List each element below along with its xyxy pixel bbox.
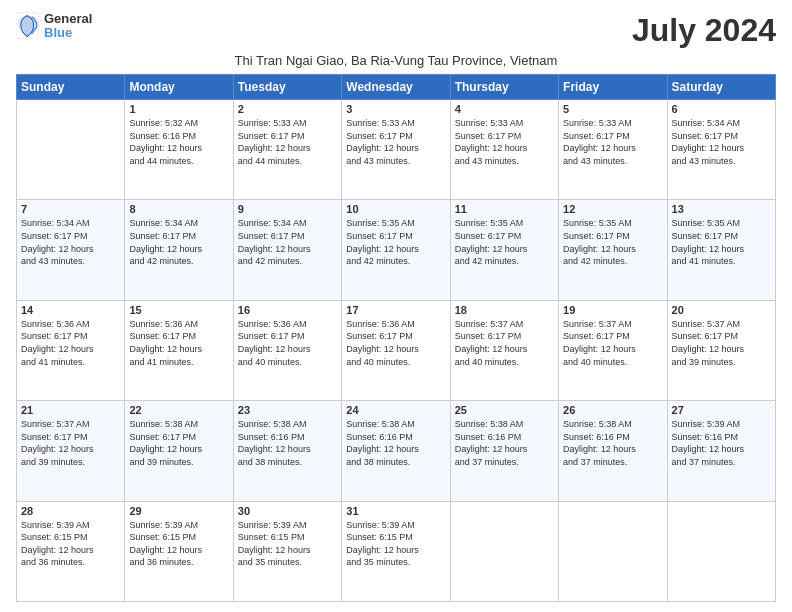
col-header-wednesday: Wednesday <box>342 75 450 100</box>
day-number: 12 <box>563 203 662 215</box>
day-number: 7 <box>21 203 120 215</box>
day-cell: 22Sunrise: 5:38 AM Sunset: 6:17 PM Dayli… <box>125 401 233 501</box>
logo-blue: Blue <box>44 26 92 40</box>
day-info: Sunrise: 5:39 AM Sunset: 6:15 PM Dayligh… <box>238 519 337 569</box>
day-cell: 14Sunrise: 5:36 AM Sunset: 6:17 PM Dayli… <box>17 300 125 400</box>
day-info: Sunrise: 5:37 AM Sunset: 6:17 PM Dayligh… <box>563 318 662 368</box>
day-info: Sunrise: 5:34 AM Sunset: 6:17 PM Dayligh… <box>238 217 337 267</box>
day-number: 20 <box>672 304 771 316</box>
day-info: Sunrise: 5:37 AM Sunset: 6:17 PM Dayligh… <box>672 318 771 368</box>
day-info: Sunrise: 5:38 AM Sunset: 6:16 PM Dayligh… <box>563 418 662 468</box>
day-cell <box>667 501 775 601</box>
day-cell: 11Sunrise: 5:35 AM Sunset: 6:17 PM Dayli… <box>450 200 558 300</box>
day-cell: 24Sunrise: 5:38 AM Sunset: 6:16 PM Dayli… <box>342 401 450 501</box>
day-cell: 10Sunrise: 5:35 AM Sunset: 6:17 PM Dayli… <box>342 200 450 300</box>
col-header-thursday: Thursday <box>450 75 558 100</box>
month-title: July 2024 <box>632 12 776 49</box>
col-header-friday: Friday <box>559 75 667 100</box>
day-number: 30 <box>238 505 337 517</box>
day-cell: 8Sunrise: 5:34 AM Sunset: 6:17 PM Daylig… <box>125 200 233 300</box>
day-number: 6 <box>672 103 771 115</box>
day-info: Sunrise: 5:38 AM Sunset: 6:16 PM Dayligh… <box>238 418 337 468</box>
day-info: Sunrise: 5:33 AM Sunset: 6:17 PM Dayligh… <box>346 117 445 167</box>
day-info: Sunrise: 5:38 AM Sunset: 6:16 PM Dayligh… <box>346 418 445 468</box>
week-row-4: 21Sunrise: 5:37 AM Sunset: 6:17 PM Dayli… <box>17 401 776 501</box>
day-number: 25 <box>455 404 554 416</box>
day-cell: 23Sunrise: 5:38 AM Sunset: 6:16 PM Dayli… <box>233 401 341 501</box>
day-cell: 3Sunrise: 5:33 AM Sunset: 6:17 PM Daylig… <box>342 100 450 200</box>
day-number: 18 <box>455 304 554 316</box>
header-row: SundayMondayTuesdayWednesdayThursdayFrid… <box>17 75 776 100</box>
logo-icon <box>16 12 40 40</box>
day-number: 17 <box>346 304 445 316</box>
day-cell: 5Sunrise: 5:33 AM Sunset: 6:17 PM Daylig… <box>559 100 667 200</box>
day-cell: 2Sunrise: 5:33 AM Sunset: 6:17 PM Daylig… <box>233 100 341 200</box>
col-header-monday: Monday <box>125 75 233 100</box>
day-cell: 20Sunrise: 5:37 AM Sunset: 6:17 PM Dayli… <box>667 300 775 400</box>
day-number: 16 <box>238 304 337 316</box>
day-info: Sunrise: 5:38 AM Sunset: 6:16 PM Dayligh… <box>455 418 554 468</box>
day-cell <box>450 501 558 601</box>
day-number: 23 <box>238 404 337 416</box>
col-header-saturday: Saturday <box>667 75 775 100</box>
calendar-table: SundayMondayTuesdayWednesdayThursdayFrid… <box>16 74 776 602</box>
day-info: Sunrise: 5:39 AM Sunset: 6:15 PM Dayligh… <box>129 519 228 569</box>
day-number: 31 <box>346 505 445 517</box>
day-cell: 30Sunrise: 5:39 AM Sunset: 6:15 PM Dayli… <box>233 501 341 601</box>
week-row-3: 14Sunrise: 5:36 AM Sunset: 6:17 PM Dayli… <box>17 300 776 400</box>
day-number: 3 <box>346 103 445 115</box>
day-info: Sunrise: 5:37 AM Sunset: 6:17 PM Dayligh… <box>455 318 554 368</box>
logo-text: General Blue <box>44 12 92 41</box>
day-info: Sunrise: 5:35 AM Sunset: 6:17 PM Dayligh… <box>346 217 445 267</box>
day-cell: 6Sunrise: 5:34 AM Sunset: 6:17 PM Daylig… <box>667 100 775 200</box>
day-info: Sunrise: 5:35 AM Sunset: 6:17 PM Dayligh… <box>455 217 554 267</box>
day-info: Sunrise: 5:32 AM Sunset: 6:16 PM Dayligh… <box>129 117 228 167</box>
day-info: Sunrise: 5:33 AM Sunset: 6:17 PM Dayligh… <box>563 117 662 167</box>
day-number: 11 <box>455 203 554 215</box>
day-info: Sunrise: 5:33 AM Sunset: 6:17 PM Dayligh… <box>455 117 554 167</box>
day-cell: 9Sunrise: 5:34 AM Sunset: 6:17 PM Daylig… <box>233 200 341 300</box>
day-cell: 28Sunrise: 5:39 AM Sunset: 6:15 PM Dayli… <box>17 501 125 601</box>
day-info: Sunrise: 5:39 AM Sunset: 6:15 PM Dayligh… <box>346 519 445 569</box>
day-cell: 13Sunrise: 5:35 AM Sunset: 6:17 PM Dayli… <box>667 200 775 300</box>
day-number: 9 <box>238 203 337 215</box>
day-cell: 1Sunrise: 5:32 AM Sunset: 6:16 PM Daylig… <box>125 100 233 200</box>
day-number: 21 <box>21 404 120 416</box>
day-info: Sunrise: 5:39 AM Sunset: 6:15 PM Dayligh… <box>21 519 120 569</box>
week-row-2: 7Sunrise: 5:34 AM Sunset: 6:17 PM Daylig… <box>17 200 776 300</box>
logo-general: General <box>44 12 92 26</box>
day-number: 22 <box>129 404 228 416</box>
day-info: Sunrise: 5:38 AM Sunset: 6:17 PM Dayligh… <box>129 418 228 468</box>
col-header-sunday: Sunday <box>17 75 125 100</box>
day-info: Sunrise: 5:36 AM Sunset: 6:17 PM Dayligh… <box>346 318 445 368</box>
day-cell: 16Sunrise: 5:36 AM Sunset: 6:17 PM Dayli… <box>233 300 341 400</box>
day-number: 15 <box>129 304 228 316</box>
day-number: 19 <box>563 304 662 316</box>
day-info: Sunrise: 5:36 AM Sunset: 6:17 PM Dayligh… <box>238 318 337 368</box>
day-info: Sunrise: 5:34 AM Sunset: 6:17 PM Dayligh… <box>672 117 771 167</box>
day-cell: 17Sunrise: 5:36 AM Sunset: 6:17 PM Dayli… <box>342 300 450 400</box>
logo: General Blue <box>16 12 92 41</box>
day-number: 26 <box>563 404 662 416</box>
day-number: 13 <box>672 203 771 215</box>
day-number: 14 <box>21 304 120 316</box>
day-number: 1 <box>129 103 228 115</box>
subtitle: Thi Tran Ngai Giao, Ba Ria-Vung Tau Prov… <box>16 53 776 68</box>
day-number: 5 <box>563 103 662 115</box>
day-info: Sunrise: 5:36 AM Sunset: 6:17 PM Dayligh… <box>129 318 228 368</box>
week-row-5: 28Sunrise: 5:39 AM Sunset: 6:15 PM Dayli… <box>17 501 776 601</box>
day-cell <box>559 501 667 601</box>
day-cell: 4Sunrise: 5:33 AM Sunset: 6:17 PM Daylig… <box>450 100 558 200</box>
day-number: 24 <box>346 404 445 416</box>
day-info: Sunrise: 5:37 AM Sunset: 6:17 PM Dayligh… <box>21 418 120 468</box>
day-cell: 31Sunrise: 5:39 AM Sunset: 6:15 PM Dayli… <box>342 501 450 601</box>
day-info: Sunrise: 5:39 AM Sunset: 6:16 PM Dayligh… <box>672 418 771 468</box>
day-cell: 7Sunrise: 5:34 AM Sunset: 6:17 PM Daylig… <box>17 200 125 300</box>
day-cell: 29Sunrise: 5:39 AM Sunset: 6:15 PM Dayli… <box>125 501 233 601</box>
day-cell <box>17 100 125 200</box>
day-cell: 25Sunrise: 5:38 AM Sunset: 6:16 PM Dayli… <box>450 401 558 501</box>
day-number: 4 <box>455 103 554 115</box>
day-cell: 12Sunrise: 5:35 AM Sunset: 6:17 PM Dayli… <box>559 200 667 300</box>
day-info: Sunrise: 5:35 AM Sunset: 6:17 PM Dayligh… <box>672 217 771 267</box>
top-bar: General Blue July 2024 <box>16 12 776 49</box>
